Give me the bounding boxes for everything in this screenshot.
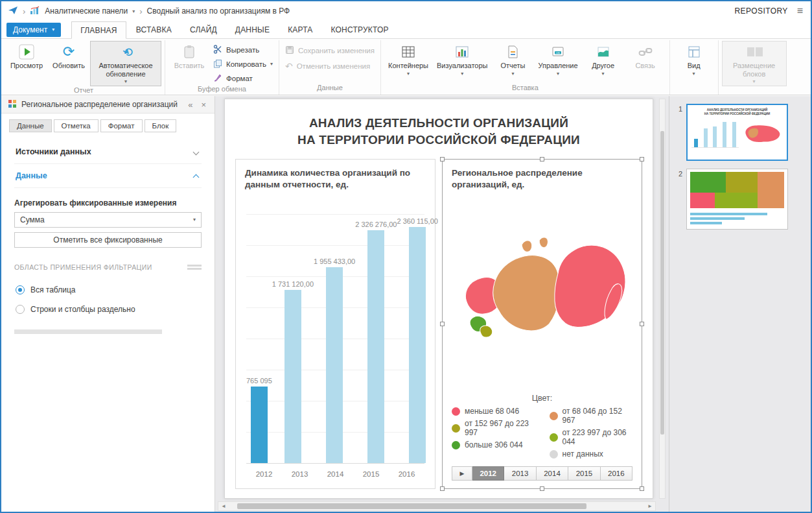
link-chain-icon <box>637 43 654 60</box>
bar-2016[interactable] <box>409 227 426 463</box>
data-sources-label: Источники данных <box>16 147 91 156</box>
chevron-up-icon <box>193 174 200 180</box>
section-data[interactable]: Данные <box>14 164 202 188</box>
radio-whole-table-label: Вся таблица <box>30 285 75 294</box>
panel-tab-format[interactable]: Формат <box>100 119 143 132</box>
link-button[interactable]: Связь <box>625 41 666 82</box>
bar-2015[interactable] <box>367 230 384 463</box>
slide-thumbnail-1[interactable]: АНАЛИЗ ДЕЯТЕЛЬНОСТИ ОРГАНИЗАЦИЙ НА ТЕРРИ… <box>686 104 788 161</box>
scrollbar-thumb[interactable] <box>237 503 586 509</box>
visualizers-button[interactable]: Визуализаторы ▾ <box>433 41 491 82</box>
scroll-right-icon[interactable]: ► <box>645 503 655 509</box>
close-panel-icon[interactable]: × <box>199 100 208 110</box>
selection-handle[interactable] <box>640 486 644 491</box>
paste-button[interactable]: Вставить <box>168 41 210 82</box>
scissors-icon <box>213 45 222 55</box>
selection-handle[interactable] <box>440 157 445 161</box>
format-button[interactable]: Формат <box>211 72 275 85</box>
aggregate-label: Агрегировать фиксированные измерения <box>14 198 202 208</box>
year-button-2013[interactable]: 2013 <box>504 466 536 481</box>
russia-map[interactable] <box>452 191 632 392</box>
selection-handle[interactable] <box>640 322 644 326</box>
year-button-2014[interactable]: 2014 <box>537 466 568 481</box>
blocks-layout-button[interactable]: Размещение блоков ▾ <box>722 41 787 86</box>
year-button-2012[interactable]: 2012 <box>472 466 504 481</box>
bar-column-2016: 2 360 115,00 <box>397 204 437 463</box>
vertical-scrollbar[interactable] <box>659 99 666 499</box>
horizontal-scrollbar[interactable]: ◄ ► <box>218 501 656 511</box>
dropdown-caret-icon: ▾ <box>407 71 410 77</box>
save-changes-button[interactable]: Сохранить изменения <box>283 44 377 57</box>
tab-slide[interactable]: СЛАЙД <box>181 21 226 38</box>
play-animation-button[interactable]: ▶ <box>452 466 472 481</box>
legend-item: больше 306 044 <box>452 440 535 449</box>
copy-button[interactable]: Копировать ▾ <box>211 58 275 71</box>
scrollbar-track[interactable] <box>229 502 645 510</box>
svg-text:OK: OK <box>556 51 560 54</box>
panel-tab-data[interactable]: Данные <box>9 119 52 132</box>
document-menu-button[interactable]: Документ ▾ <box>6 23 61 37</box>
breadcrumb-section[interactable]: Аналитические панели <box>45 6 128 16</box>
bar-2012[interactable] <box>251 387 268 463</box>
panel-tab-mark[interactable]: Отметка <box>54 119 99 132</box>
mark-all-fixed-button[interactable]: Отметить все фиксированные <box>14 232 202 248</box>
radio-whole-table[interactable]: Вся таблица <box>14 280 202 300</box>
bar-column-2013: 1 731 120,00 <box>272 204 314 463</box>
undo-icon: ↶ <box>285 62 293 71</box>
bar-2014[interactable] <box>326 267 343 463</box>
containers-button[interactable]: Контейнеры ▾ <box>384 41 432 82</box>
management-button[interactable]: OK Управление ▾ <box>534 41 581 82</box>
cut-button[interactable]: Вырезать <box>211 43 275 56</box>
aggregate-select[interactable]: Сумма ▾ <box>14 212 202 228</box>
other-button[interactable]: Другое ▾ <box>583 41 624 82</box>
auto-refresh-icon: ⟲A <box>117 43 134 60</box>
view-button[interactable]: Вид ▾ <box>673 41 715 82</box>
panel-slider[interactable] <box>14 329 162 334</box>
slide[interactable]: АНАЛИЗ ДЕЯТЕЛЬНОСТИ ОРГАНИЗАЦИЙ НА ТЕРРИ… <box>224 99 653 499</box>
scrollbar-thumb[interactable] <box>660 131 664 434</box>
auto-refresh-button[interactable]: ⟲A Автоматическое обновление ▾ <box>90 41 161 86</box>
aggregate-selected-value: Сумма <box>20 215 45 224</box>
tab-data[interactable]: ДАННЫЕ <box>227 21 278 38</box>
panel-tabs: Данные Отметка Формат Блок <box>1 113 215 139</box>
bar-value-label: 2 326 276,00 <box>355 221 397 228</box>
section-data-sources[interactable]: Источники данных <box>14 140 202 164</box>
tab-map[interactable]: КАРТА <box>279 21 321 38</box>
undo-changes-button[interactable]: ↶ Отменить изменения <box>283 60 373 73</box>
year-button-2015[interactable]: 2015 <box>568 466 600 481</box>
legend-label: меньше 68 046 <box>465 407 519 416</box>
selection-handle[interactable] <box>540 486 544 491</box>
selection-handle[interactable] <box>440 486 445 491</box>
tab-home[interactable]: ГЛАВНАЯ <box>71 21 126 39</box>
document-menu-label: Документ <box>13 25 47 34</box>
bar-2013[interactable] <box>284 290 301 463</box>
selection-handle[interactable] <box>640 157 644 161</box>
radio-rows-columns-separately[interactable]: Строки и столбцы раздельно <box>14 300 202 319</box>
thumb-map <box>743 119 783 148</box>
group-label-insert: Вставка <box>384 84 666 95</box>
slide-thumbnail-2[interactable] <box>686 169 788 230</box>
year-button-2016[interactable]: 2016 <box>601 466 632 481</box>
view-layout-icon <box>686 43 702 60</box>
tab-insert[interactable]: ВСТАВКА <box>128 21 180 38</box>
bar-chart-block[interactable]: Динамика количества организаций по данны… <box>235 159 435 489</box>
other-label: Другое <box>592 62 614 70</box>
menu-icon[interactable]: ≡ <box>797 6 803 16</box>
selection-handle[interactable] <box>540 157 544 161</box>
selection-handle[interactable] <box>440 322 445 326</box>
management-label: Управление <box>538 62 577 70</box>
reports-button[interactable]: Отчеты ▾ <box>492 41 533 82</box>
map-block[interactable]: Региональное распределение организаций, … <box>442 159 642 489</box>
legend-item: меньше 68 046 <box>452 407 535 416</box>
repository-label[interactable]: REPOSITORY <box>734 6 787 16</box>
panel-tab-block[interactable]: Блок <box>145 119 177 132</box>
scroll-left-icon[interactable]: ◄ <box>218 503 229 509</box>
breadcrumb-caret-icon[interactable]: ▾ <box>132 8 135 14</box>
refresh-button[interactable]: ⟳ Обновить <box>48 41 89 82</box>
panel-icon <box>8 99 17 110</box>
preview-button[interactable]: Просмотр <box>6 41 47 82</box>
app-logo-icon[interactable] <box>8 5 18 18</box>
clipboard-icon <box>181 43 198 60</box>
tab-constructor[interactable]: КОНСТРУКТОР <box>323 21 397 38</box>
collapse-panel-icon[interactable]: « <box>186 100 194 110</box>
